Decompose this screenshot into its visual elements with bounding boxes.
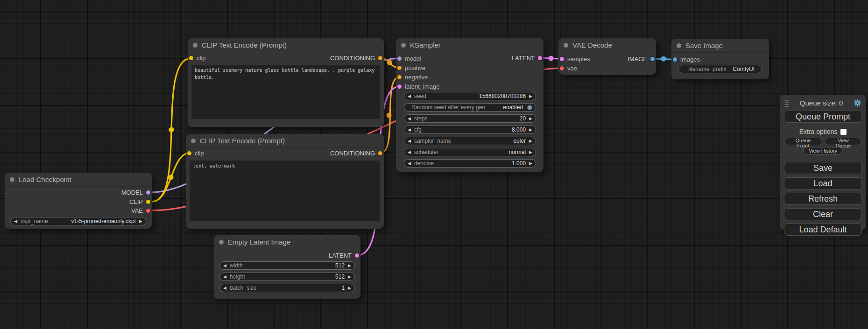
latent-output-port[interactable] [355,253,359,258]
denoise-widget[interactable]: ◀ denoise 1.000 ▶ [404,159,536,168]
latent-output-slot[interactable]: LATENT [329,251,359,260]
decrement-arrow-icon[interactable]: ◀ [408,128,411,132]
vae-input-port[interactable] [560,66,564,70]
collapse-dot-icon[interactable] [564,43,568,48]
node-header[interactable]: KSampler [396,38,543,52]
decrement-arrow-icon[interactable]: ◀ [408,94,411,98]
node-empty-latent-image[interactable]: Empty Latent Image LATENT ◀ width 512 ▶ … [214,235,360,299]
node-header[interactable]: CLIP Text Encode (Prompt) [188,38,384,52]
increment-arrow-icon[interactable]: ▶ [348,264,351,268]
clip-input-slot[interactable]: clip [187,148,204,158]
node-graph-canvas[interactable]: Load Checkpoint MODEL CLIP VAE ◀ ckpt_na… [0,0,868,329]
decrement-arrow-icon[interactable]: ◀ [408,117,411,121]
clip-output-port[interactable] [146,200,150,204]
load-button[interactable]: Load [784,177,862,189]
node-header[interactable]: Empty Latent Image [214,235,360,249]
latent-image-input-port[interactable] [397,84,402,89]
conditioning-output-port[interactable] [378,56,382,60]
increment-arrow-icon[interactable]: ▶ [529,161,532,166]
negative-input-port[interactable] [397,75,402,79]
sampler-name-widget[interactable]: ◀ sampler_name euler ▶ [404,137,536,145]
positive-input-port[interactable] [397,66,402,70]
positive-input-slot[interactable]: positive [397,63,425,72]
clear-button[interactable]: Clear [784,208,862,220]
node-header[interactable]: VAE Decode [558,38,656,52]
model-output-slot[interactable]: MODEL [121,188,150,197]
batch-size-widget[interactable]: ◀ batch_size 1 ▶ [219,284,355,292]
latent-output-slot[interactable]: LATENT [512,53,542,63]
samples-input-slot[interactable]: samples [560,54,590,63]
vae-input-slot[interactable]: vae [560,63,577,73]
images-input-slot[interactable]: images [673,55,700,64]
collapse-dot-icon[interactable] [219,240,224,245]
conditioning-output-slot[interactable]: CONDITIONING [330,53,382,63]
settings-gear-icon[interactable] [854,99,861,107]
node-header[interactable]: CLIP Text Encode (Prompt) [186,134,384,148]
steps-widget[interactable]: ◀ steps 20 ▶ [404,114,536,123]
drag-handle-icon[interactable]: ⣿ [784,100,789,106]
load-default-button[interactable]: Load Default [784,224,862,236]
clip-output-slot[interactable]: CLIP [129,197,150,206]
clip-input-port[interactable] [187,151,191,155]
increment-arrow-icon[interactable]: ▶ [529,128,532,132]
filename-prefix-widget[interactable]: filename_prefix ComfyUI [678,65,762,73]
conditioning-output-port[interactable] [378,151,382,155]
model-output-port[interactable] [146,190,150,195]
images-input-port[interactable] [673,57,677,62]
clip-input-slot[interactable]: clip [189,53,206,63]
decrement-arrow-icon[interactable]: ◀ [223,264,226,268]
decrement-arrow-icon[interactable]: ◀ [408,161,411,166]
collapse-dot-icon[interactable] [191,139,196,143]
image-output-slot[interactable]: IMAGE [628,54,655,63]
decrement-arrow-icon[interactable]: ◀ [408,139,411,143]
increment-arrow-icon[interactable]: ▶ [529,94,532,98]
increment-arrow-icon[interactable]: ▶ [348,275,351,279]
decrement-arrow-icon[interactable]: ◀ [14,219,17,224]
view-queue-button[interactable]: View Queue [825,138,862,145]
extra-options-checkbox[interactable] [840,129,847,135]
width-widget[interactable]: ◀ width 512 ▶ [219,261,355,270]
increment-arrow-icon[interactable]: ▶ [529,117,532,121]
node-ksampler[interactable]: KSampler model positive negative latent_… [396,38,543,172]
node-header[interactable]: Save Image [671,39,769,53]
collapse-dot-icon[interactable] [401,43,406,48]
node-vae-decode[interactable]: VAE Decode samples vae IMAGE [558,38,656,75]
node-clip-text-encode-negative[interactable]: CLIP Text Encode (Prompt) clip CONDITION… [186,134,384,229]
negative-prompt-textarea[interactable]: text, watermark [190,161,380,221]
clip-input-port[interactable] [189,56,193,60]
toggle-dot-icon[interactable] [527,105,532,110]
vae-output-port[interactable] [146,209,150,213]
model-input-port[interactable] [397,56,402,61]
collapse-dot-icon[interactable] [193,43,198,48]
view-history-button[interactable]: View History [803,147,843,154]
queue-front-button[interactable]: Queue Front [784,138,822,145]
refresh-button[interactable]: Refresh [784,193,862,205]
node-save-image[interactable]: Save Image images filename_prefix ComfyU… [671,39,769,79]
increment-arrow-icon[interactable]: ▶ [529,150,532,154]
height-widget[interactable]: ◀ height 512 ▶ [219,273,355,281]
seed-widget[interactable]: ◀ seed 156680208700286 ▶ [404,92,536,100]
ckpt-name-widget[interactable]: ◀ ckpt_name v1-5-pruned-emaonly.ckpt ▶ [10,217,146,225]
increment-arrow-icon[interactable]: ▶ [529,139,532,143]
decrement-arrow-icon[interactable]: ◀ [223,286,226,290]
increment-arrow-icon[interactable]: ▶ [139,219,142,224]
scheduler-widget[interactable]: ◀ scheduler normal ▶ [404,148,536,156]
random-seed-toggle-widget[interactable]: Random seed after every gen enabled [404,103,536,112]
node-load-checkpoint[interactable]: Load Checkpoint MODEL CLIP VAE ◀ ckpt_na… [5,173,152,229]
node-header[interactable]: Load Checkpoint [5,173,152,187]
model-input-slot[interactable]: model [397,54,421,63]
collapse-dot-icon[interactable] [10,177,14,182]
samples-input-port[interactable] [560,57,564,61]
latent-output-port[interactable] [538,56,542,60]
negative-input-slot[interactable]: negative [397,72,428,82]
decrement-arrow-icon[interactable]: ◀ [408,150,411,154]
latent-image-input-slot[interactable]: latent_image [397,82,439,91]
cfg-widget[interactable]: ◀ cfg 8.000 ▶ [404,126,536,134]
increment-arrow-icon[interactable]: ▶ [348,286,351,290]
collapse-dot-icon[interactable] [677,43,681,48]
image-output-port[interactable] [650,57,655,61]
positive-prompt-textarea[interactable]: beautiful scenery nature glass bottle la… [191,65,380,119]
queue-prompt-button[interactable]: Queue Prompt [784,111,862,123]
vae-output-slot[interactable]: VAE [131,206,150,215]
decrement-arrow-icon[interactable]: ◀ [223,275,226,279]
